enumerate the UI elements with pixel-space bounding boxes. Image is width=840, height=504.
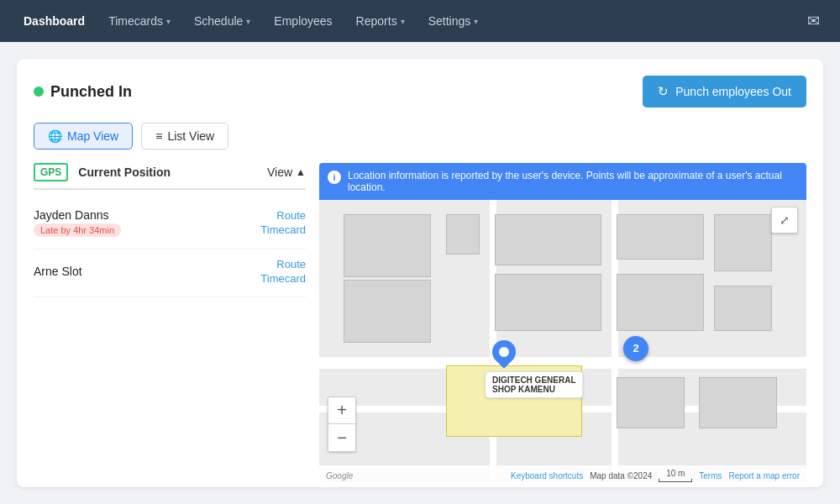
left-panel: GPS Current Position View ▲ Jayden Danns…	[34, 163, 319, 482]
content-area: GPS Current Position View ▲ Jayden Danns…	[34, 163, 806, 482]
list-icon: ≡	[155, 129, 162, 143]
schedule-chevron-icon: ▾	[246, 17, 250, 26]
zoom-out-button[interactable]: −	[328, 424, 355, 451]
nav-timecards[interactable]: Timecards ▾	[98, 8, 181, 34]
navbar: Dashboard Timecards ▾ Schedule ▾ Employe…	[0, 0, 840, 42]
main-content: Punched In ↻ Punch employees Out 🌐 Map V…	[0, 42, 840, 504]
sort-arrow-icon: ▲	[296, 166, 306, 178]
building	[495, 214, 602, 265]
gps-header: GPS Current Position View ▲	[34, 163, 306, 190]
employee-row: Arne Slot Route Timecard	[34, 249, 306, 297]
nav-reports-label: Reports	[356, 14, 397, 28]
marker-inner	[499, 347, 509, 357]
employee-timecard-link[interactable]: Timecard	[260, 223, 306, 236]
nav-employees-label: Employees	[274, 14, 332, 28]
marker-pin	[488, 335, 522, 369]
employee-name: Jayden Danns	[34, 208, 121, 222]
keyboard-shortcuts-link[interactable]: Keyboard shortcuts	[511, 471, 583, 480]
timecards-chevron-icon: ▾	[166, 17, 171, 26]
building	[617, 214, 704, 260]
nav-timecards-label: Timecards	[108, 14, 163, 28]
punch-out-label: Punch employees Out	[675, 85, 791, 98]
zoom-in-button[interactable]: +	[328, 397, 355, 424]
punch-out-button[interactable]: ↻ Punch employees Out	[643, 76, 806, 108]
view-toggle: 🌐 Map View ≡ List View	[34, 123, 806, 150]
employee-timecard-link[interactable]: Timecard	[260, 272, 306, 285]
map-data-label: Map data ©2024	[590, 471, 652, 480]
building	[495, 274, 602, 331]
mail-icon[interactable]: ✉	[801, 5, 827, 37]
location-label: DIGITECH GENERAL SHOP KAMENU	[485, 371, 583, 398]
fullscreen-button[interactable]: ⤢	[771, 207, 798, 234]
building	[617, 274, 704, 331]
nav-reports[interactable]: Reports ▾	[346, 8, 415, 34]
page-title: Punched In	[50, 83, 132, 101]
map-zoom-controls: + −	[328, 396, 356, 452]
list-view-label: List View	[167, 129, 214, 143]
settings-chevron-icon: ▾	[474, 17, 478, 26]
report-map-error-link[interactable]: Report a map error	[729, 471, 800, 480]
refresh-icon: ↻	[658, 84, 669, 99]
gps-label: Current Position	[78, 165, 171, 179]
building	[699, 377, 777, 428]
scale-label: 10 m	[666, 469, 685, 478]
nav-dashboard[interactable]: Dashboard	[13, 8, 95, 34]
location-marker	[492, 340, 516, 364]
nav-settings[interactable]: Settings ▾	[418, 8, 489, 34]
gps-badge: GPS	[34, 163, 68, 181]
building	[344, 280, 431, 343]
cluster-marker: 2	[623, 336, 648, 361]
list-view-button[interactable]: ≡ List View	[141, 123, 228, 150]
employee-name: Arne Slot	[34, 265, 82, 278]
map-footer: Google Keyboard shortcuts Map data ©2024…	[319, 465, 806, 482]
terms-link[interactable]: Terms	[699, 471, 722, 480]
fullscreen-icon: ⤢	[780, 213, 790, 227]
employee-row: Jayden Danns Late by 4hr 34min Route Tim…	[34, 200, 306, 249]
reports-chevron-icon: ▾	[401, 17, 405, 26]
building	[446, 214, 480, 255]
map-canvas: DIGITECH GENERAL SHOP KAMENU 2 + − ⤢	[319, 200, 806, 482]
nav-schedule[interactable]: Schedule ▾	[184, 8, 260, 34]
google-logo: Google	[326, 471, 353, 480]
employee-route-link[interactable]: Route	[276, 258, 306, 270]
map-info-bar: i Location information is reported by th…	[319, 163, 806, 200]
scale-bar: 10 m	[659, 469, 692, 482]
building	[344, 214, 431, 277]
punched-in-card: Punched In ↻ Punch employees Out 🌐 Map V…	[17, 59, 823, 487]
nav-settings-label: Settings	[428, 14, 471, 28]
cluster-count: 2	[633, 342, 638, 354]
card-header: Punched In ↻ Punch employees Out	[34, 76, 806, 108]
status-dot	[34, 87, 44, 97]
scale-line	[659, 479, 692, 482]
nav-employees[interactable]: Employees	[264, 8, 342, 34]
employee-route-link[interactable]: Route	[276, 209, 306, 222]
globe-icon: 🌐	[48, 129, 62, 143]
building	[714, 214, 773, 271]
building	[714, 286, 773, 331]
late-badge: Late by 4hr 34min	[34, 223, 121, 237]
map-area: i Location information is reported by th…	[319, 163, 806, 482]
nav-schedule-label: Schedule	[194, 14, 243, 28]
view-sort-label: View	[267, 165, 292, 179]
nav-dashboard-label: Dashboard	[24, 14, 85, 28]
map-info-text: Location information is reported by the …	[348, 170, 798, 193]
info-icon: i	[328, 171, 341, 184]
punched-in-label: Punched In	[34, 83, 132, 101]
building	[617, 377, 685, 428]
view-sort-button[interactable]: View ▲	[267, 165, 306, 179]
map-view-label: Map View	[67, 129, 118, 143]
map-view-button[interactable]: 🌐 Map View	[34, 123, 133, 150]
